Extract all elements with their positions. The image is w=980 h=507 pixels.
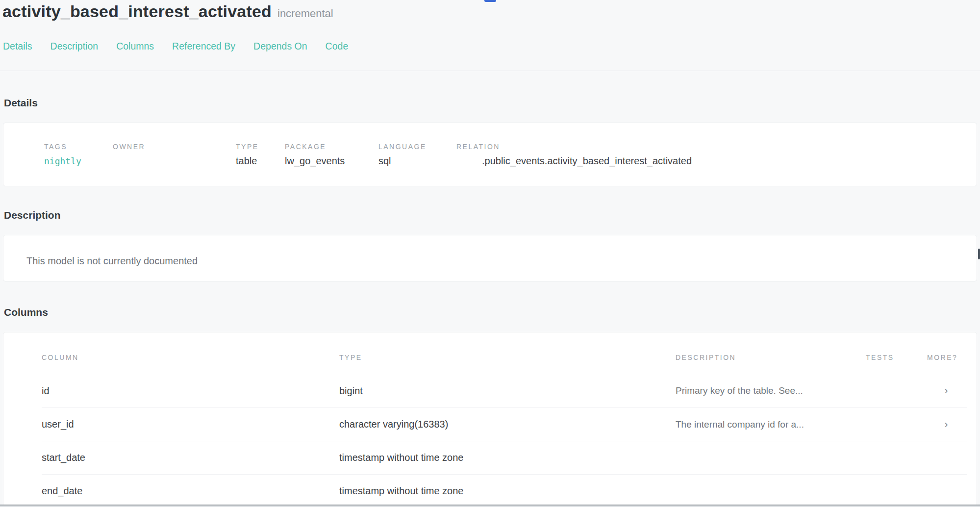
field-tags-label: TAGS xyxy=(44,143,67,151)
field-type-value: table xyxy=(236,155,257,167)
table-row-user-id[interactable]: user_id character varying(16383) The int… xyxy=(42,407,967,441)
field-owner-label: OWNER xyxy=(113,143,145,151)
field-relation-label: RELATION xyxy=(456,143,500,151)
field-language-label: LANGUAGE xyxy=(378,143,427,151)
col-header-tests: TESTS xyxy=(866,354,927,361)
cell-column-type: bigint xyxy=(339,385,676,397)
nav-link-details[interactable]: Details xyxy=(3,41,32,52)
details-section-heading: Details xyxy=(4,97,38,109)
col-header-type: TYPE xyxy=(339,354,676,361)
scrollbar-thumb[interactable] xyxy=(978,249,980,259)
col-header-description: DESCRIPTION xyxy=(676,354,866,361)
clipped-toolbar-artifact xyxy=(484,0,496,2)
page-header: activity_based_interest_activatedincreme… xyxy=(2,2,333,21)
cell-column-name: start_date xyxy=(42,452,339,463)
cell-column-type: timestamp without time zone xyxy=(339,452,676,463)
table-row-start-date[interactable]: start_date timestamp without time zone xyxy=(42,441,967,474)
chevron-right-icon[interactable]: › xyxy=(927,418,965,431)
field-language-value: sql xyxy=(378,155,391,167)
nav-link-depends-on[interactable]: Depends On xyxy=(253,41,307,52)
cell-column-description: Primary key of the table. See... xyxy=(676,385,866,396)
cell-column-type: character varying(16383) xyxy=(339,419,676,430)
cell-column-description: The internal company id for a... xyxy=(676,419,866,430)
nav-link-code[interactable]: Code xyxy=(326,41,349,52)
field-package-value: lw_go_events xyxy=(285,155,345,167)
description-card: This model is not currently documented xyxy=(3,235,977,281)
columns-table: COLUMN TYPE DESCRIPTION TESTS MORE? id b… xyxy=(42,332,967,507)
description-body: This model is not currently documented xyxy=(26,255,198,267)
field-relation-value: .public_events.activity_based_interest_a… xyxy=(482,155,692,167)
columns-card: COLUMN TYPE DESCRIPTION TESTS MORE? id b… xyxy=(3,332,977,507)
nav-link-referenced-by[interactable]: Referenced By xyxy=(172,41,235,52)
cell-column-name: id xyxy=(42,385,339,397)
nav-link-columns[interactable]: Columns xyxy=(116,41,154,52)
col-header-column: COLUMN xyxy=(42,354,339,361)
model-title: activity_based_interest_activated xyxy=(2,2,272,21)
columns-table-body: id bigint Primary key of the table. See.… xyxy=(42,374,967,507)
chevron-right-icon[interactable]: › xyxy=(927,384,965,397)
columns-section-heading: Columns xyxy=(4,306,48,318)
details-card: TAGS nightly OWNER TYPE table PACKAGE lw… xyxy=(3,123,977,186)
materialization-badge: incremental xyxy=(277,7,333,20)
description-section-heading: Description xyxy=(4,209,61,221)
table-row-end-date[interactable]: end_date timestamp without time zone xyxy=(42,474,967,507)
nav-link-description[interactable]: Description xyxy=(50,41,99,52)
cell-column-name: user_id xyxy=(42,419,339,430)
header-divider xyxy=(0,71,980,71)
tag-link-nightly[interactable]: nightly xyxy=(44,156,81,166)
field-type-label: TYPE xyxy=(236,143,259,151)
col-header-more: MORE? xyxy=(927,354,965,361)
field-package-label: PACKAGE xyxy=(285,143,326,151)
cell-column-type: timestamp without time zone xyxy=(339,485,676,497)
table-row-id[interactable]: id bigint Primary key of the table. See.… xyxy=(42,374,967,407)
anchor-nav: Details Description Columns Referenced B… xyxy=(3,41,348,52)
columns-table-header: COLUMN TYPE DESCRIPTION TESTS MORE? xyxy=(42,332,967,361)
cell-column-name: end_date xyxy=(42,485,339,497)
